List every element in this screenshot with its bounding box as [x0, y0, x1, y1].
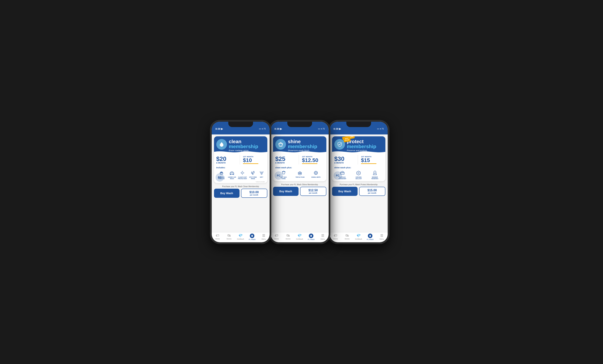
price-period: A MONTH	[216, 162, 238, 164]
price-amount: $30	[334, 156, 356, 162]
svg-point-28	[315, 172, 317, 174]
price-button-amount: $15.00	[368, 189, 377, 192]
fl-logo: FC	[275, 171, 283, 180]
tab-menu[interactable]: ☰ Menu	[319, 233, 326, 240]
fl-logo: FC	[216, 173, 224, 182]
include-item: MEMBER REWARDS	[370, 170, 380, 180]
svg-point-35	[358, 172, 359, 174]
tab-icon-home: 🏷	[334, 233, 337, 238]
buy-wash-button[interactable]: Buy Wash	[273, 187, 299, 196]
tab-icon-kickback: 💎	[297, 233, 302, 238]
include-text: DRY*	[260, 176, 263, 178]
phone-shine: 8:39 ▶ ▪▪▪ ≋ 76 shinemembershipShowroom-…	[269, 120, 334, 244]
price-promo: 1ST MONTH $15	[359, 156, 383, 164]
include-text: UNDER CAR WASH	[227, 176, 237, 180]
footnote: *varies by location	[214, 181, 267, 183]
include-icon-rewards	[372, 170, 378, 176]
status-icons: ▪▪▪ ≋ 76	[377, 128, 384, 130]
include-icon-dry	[259, 170, 265, 176]
tab-fl wash[interactable]: FL Wash	[307, 233, 315, 240]
buy-wash-button[interactable]: Buy Wash	[214, 189, 240, 198]
includes-label: shine wash plus:	[334, 166, 383, 169]
purchase-label: Purchase your FL Wash Shine Membership	[273, 184, 326, 186]
include-text: TRIPLE FOAM	[295, 176, 304, 178]
phone-protect: 8:39 ▶ ▪▪▪ ≋ 76 BEST VALUE! protectmembe…	[328, 120, 393, 244]
include-icon-car	[229, 170, 235, 176]
fl-wash-tab-icon	[368, 233, 372, 238]
include-icon-ceramic	[356, 170, 361, 176]
tab-kickback[interactable]: 💎 KickBack	[237, 233, 244, 240]
includes-label: includes:	[216, 166, 265, 169]
membership-card-protect: BEST VALUE! protectmembershipPreserve an…	[332, 136, 385, 181]
price-button[interactable]: $15.00 per month	[359, 187, 385, 196]
fl-logo: FC	[334, 171, 342, 180]
price-button[interactable]: $10.00 per month	[241, 189, 267, 198]
tab-menu[interactable]: ☰ Menu	[378, 233, 385, 240]
include-text: SPOT FREE RINSE	[248, 176, 258, 180]
tab-kickback[interactable]: 💎 KickBack	[296, 233, 303, 240]
tab-icon-menu: ☰	[380, 233, 383, 238]
svg-point-36	[374, 171, 376, 173]
status-time: 8:39 ▶	[334, 127, 341, 130]
price-button[interactable]: $12.50 per month	[300, 187, 326, 196]
fl-wash-tab-icon	[309, 233, 313, 238]
svg-text:x3: x3	[299, 173, 301, 174]
include-icon-drops	[250, 170, 256, 176]
promo-amount: $12.50	[302, 158, 318, 163]
price-main: $25 A MONTH	[275, 156, 297, 164]
tab-icon-stores: 🛍	[227, 233, 231, 238]
include-item: CERAMIC SEALANT	[354, 170, 363, 180]
tab-icon-home: 🏷	[216, 233, 219, 238]
include-icon-wheel	[313, 170, 319, 176]
tab-label-flwash: FL Wash	[249, 239, 255, 240]
status-icons: ▪▪▪ ≋ 76	[259, 128, 266, 130]
tab-icon-menu: ☰	[262, 233, 265, 238]
price-button-period: per month	[309, 192, 317, 194]
membership-name-sub: membership	[229, 143, 258, 149]
membership-name-sub: membership	[347, 143, 376, 149]
fl-wash-tab-icon	[250, 233, 254, 238]
tab-kickback[interactable]: 💎 KickBack	[355, 233, 362, 240]
tab-label-flwash: FL Wash	[367, 239, 373, 240]
status-time: 8:39 ▶	[216, 127, 223, 130]
price-amount: $25	[275, 156, 297, 162]
tab-icon-kickback: 💎	[238, 233, 243, 238]
buy-wash-button[interactable]: Buy Wash	[332, 187, 358, 196]
include-item: DRY*	[259, 170, 265, 178]
tab-icon-menu: ☰	[321, 233, 324, 238]
price-button-period: per month	[250, 194, 258, 196]
status-time: 8:39 ▶	[275, 127, 282, 130]
purchase-label: Purchase your FL Wash Clean Membership	[214, 186, 267, 188]
tab-label-stores: Stores	[345, 238, 349, 240]
tab-stores[interactable]: 🛍 Stores	[225, 233, 233, 240]
include-item: CLEAR COAT PROTECTANT	[237, 170, 247, 180]
tab-icon-stores: 🛍	[345, 233, 349, 238]
tab-label-kickback: KickBack	[355, 238, 362, 240]
tab-label-menu: Menu	[262, 238, 266, 240]
include-item: UNDER CAR WASH	[227, 170, 237, 180]
membership-name-sub: membership	[288, 143, 317, 149]
include-icon-foam3: x3	[297, 170, 303, 176]
tab-home[interactable]: 🏷 Home	[214, 233, 221, 240]
include-text: CERAMIC SEALANT	[354, 176, 363, 180]
price-amount: $20	[216, 156, 238, 162]
include-icon-shine	[239, 170, 245, 176]
tab-label-kickback: KickBack	[237, 238, 244, 240]
tab-stores[interactable]: 🛍 Stores	[343, 233, 351, 240]
tab-fl wash[interactable]: FL Wash	[248, 233, 256, 240]
tab-label-flwash: FL Wash	[308, 239, 314, 240]
svg-point-9	[242, 172, 243, 174]
phone-clean: 8:39 ▶ ▪▪▪ ≋ 76 cleanmembershipErase roa…	[210, 120, 275, 244]
price-promo: 1ST MONTH $10	[242, 156, 265, 164]
tab-label-kickback: KickBack	[296, 238, 303, 240]
tab-stores[interactable]: 🛍 Stores	[284, 233, 292, 240]
tab-fl wash[interactable]: FL Wash	[366, 233, 374, 240]
include-text: WHEEL BRITE	[311, 176, 320, 178]
tab-menu[interactable]: ☰ Menu	[260, 233, 267, 240]
tab-label-home: Home	[215, 238, 220, 240]
price-button-period: per month	[368, 192, 376, 194]
price-button-amount: $10.00	[249, 191, 259, 194]
include-item: WHEEL BRITE	[311, 170, 320, 178]
include-text: CLEAR COAT PROTECTANT	[237, 176, 247, 180]
price-promo: 1ST MONTH $12.50	[301, 156, 324, 164]
